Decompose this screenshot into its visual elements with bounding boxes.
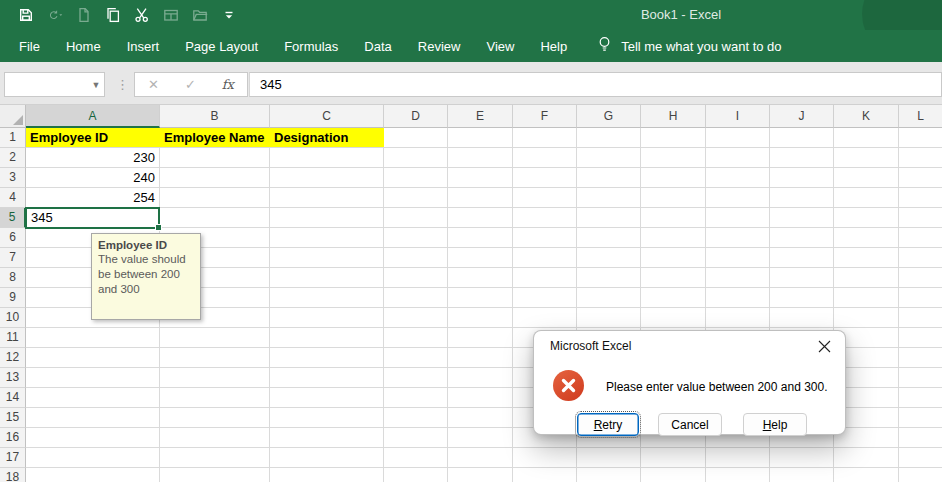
row-header-2[interactable]: 2 (0, 148, 26, 168)
dialog-close-icon[interactable] (811, 334, 837, 358)
row-header-1[interactable]: 1 (0, 128, 26, 148)
cell-B1[interactable]: Employee Name (160, 128, 270, 147)
tab-home[interactable]: Home (66, 39, 101, 54)
row-header-18[interactable]: 18 (0, 468, 26, 482)
column-header-J[interactable]: J (770, 105, 834, 128)
column-header-I[interactable]: I (706, 105, 770, 128)
redo-icon[interactable] (47, 7, 63, 23)
validation-tooltip-body: The value should be between 200 and 300 (98, 252, 194, 297)
active-cell-A5[interactable]: 345 (25, 207, 160, 229)
row-header-15[interactable]: 15 (0, 408, 26, 428)
select-all-corner[interactable] (0, 105, 26, 128)
ribbon-tab-bar: FileHomeInsertPage LayoutFormulasDataRev… (0, 30, 942, 62)
formula-bar-strip: ▼ ⋮ ✕ ✓ fx 345 (0, 62, 942, 105)
name-box-dropdown-icon[interactable]: ▼ (88, 72, 104, 97)
row-header-6[interactable]: 6 (0, 228, 26, 248)
dialog-message: Please enter value between 200 and 300. (606, 380, 835, 394)
row-header-12[interactable]: 12 (0, 348, 26, 368)
cell-A2[interactable]: 230 (26, 148, 159, 167)
confirm-entry-icon[interactable]: ✓ (185, 77, 196, 92)
tab-help[interactable]: Help (540, 39, 567, 54)
tab-view[interactable]: View (486, 39, 514, 54)
cell-A4[interactable]: 254 (26, 188, 159, 207)
row-header-5[interactable]: 5 (0, 208, 26, 228)
row-header-11[interactable]: 11 (0, 328, 26, 348)
customize-quick-access-toolbar-icon[interactable] (221, 7, 237, 23)
row-header-14[interactable]: 14 (0, 388, 26, 408)
tab-formulas[interactable]: Formulas (284, 39, 338, 54)
formula-bar-grip[interactable]: ⋮ (116, 72, 128, 97)
help-button[interactable]: Help (743, 413, 807, 436)
retry-button[interactable]: Retry (577, 413, 639, 436)
cell-A1[interactable]: Employee ID (26, 128, 160, 147)
error-icon (553, 370, 584, 401)
tab-review[interactable]: Review (418, 39, 461, 54)
new-file-icon[interactable] (76, 7, 92, 23)
gridline (512, 128, 513, 482)
window-title: Book1 - Excel (561, 0, 801, 30)
cut-icon[interactable] (134, 7, 150, 23)
tab-insert[interactable]: Insert (127, 39, 160, 54)
copy-icon[interactable] (105, 7, 121, 23)
tell-me-box[interactable]: Tell me what you want to do (597, 36, 781, 56)
validation-tooltip-title: Employee ID (98, 239, 194, 251)
gridline (447, 128, 448, 482)
validation-tooltip: Employee ID The value should be between … (91, 233, 201, 320)
column-header-C[interactable]: C (270, 105, 384, 128)
row-header-13[interactable]: 13 (0, 368, 26, 388)
column-header-B[interactable]: B (160, 105, 270, 128)
cell-A3[interactable]: 240 (26, 168, 159, 187)
save-icon[interactable] (18, 7, 34, 23)
insert-function-icon[interactable]: fx (222, 77, 234, 92)
open-folder-icon[interactable] (192, 7, 208, 23)
tell-me-label: Tell me what you want to do (621, 39, 781, 54)
row-header-3[interactable]: 3 (0, 168, 26, 188)
column-header-L[interactable]: L (899, 105, 942, 128)
fill-handle[interactable] (155, 224, 162, 231)
cell-C1[interactable]: Designation (270, 128, 384, 147)
gridline (898, 128, 899, 482)
dialog-title: Microsoft Excel (550, 339, 631, 353)
row-header-8[interactable]: 8 (0, 268, 26, 288)
column-header-D[interactable]: D (384, 105, 448, 128)
row-header-9[interactable]: 9 (0, 288, 26, 308)
message-dialog: Microsoft Excel Please enter value betwe… (533, 330, 846, 435)
row-header-7[interactable]: 7 (0, 248, 26, 268)
row-header-17[interactable]: 17 (0, 448, 26, 468)
formula-input[interactable]: 345 (249, 72, 942, 97)
gridline (383, 128, 384, 482)
column-header-K[interactable]: K (834, 105, 899, 128)
row-header-10[interactable]: 10 (0, 308, 26, 328)
formula-bar-buttons: ✕ ✓ fx (134, 72, 248, 97)
column-header-F[interactable]: F (513, 105, 577, 128)
column-header-G[interactable]: G (577, 105, 641, 128)
tab-page-layout[interactable]: Page Layout (185, 39, 258, 54)
column-header-H[interactable]: H (641, 105, 706, 128)
column-header-E[interactable]: E (448, 105, 513, 128)
row-header-4[interactable]: 4 (0, 188, 26, 208)
form-icon[interactable] (163, 7, 179, 23)
tab-data[interactable]: Data (364, 39, 391, 54)
cancel-entry-icon[interactable]: ✕ (148, 77, 159, 92)
gridline (269, 128, 270, 482)
column-header-A[interactable]: A (26, 105, 160, 128)
quick-access-toolbar (18, 0, 237, 30)
row-header-16[interactable]: 16 (0, 428, 26, 448)
cancel-button[interactable]: Cancel (658, 413, 722, 436)
lightbulb-icon (597, 36, 612, 56)
tab-file[interactable]: File (19, 39, 40, 54)
title-bar: Book1 - Excel (0, 0, 942, 30)
